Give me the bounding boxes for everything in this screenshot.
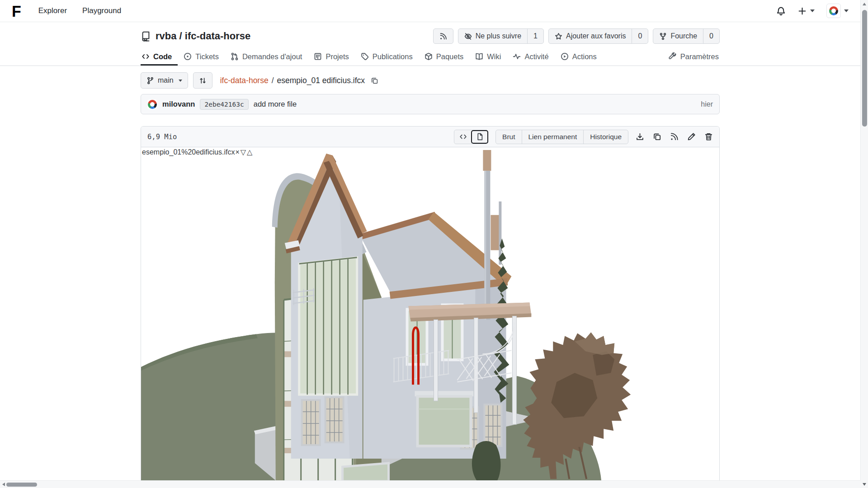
tag-icon [361,52,369,61]
star-icon [555,33,562,40]
commit-author-avatar[interactable] [147,99,157,109]
chevron-down-icon [844,9,849,12]
viewer-expand-control[interactable]: △ [246,148,253,156]
activity-pulse-icon [513,52,521,61]
forks-count[interactable]: 0 [703,29,719,43]
tab-activity[interactable]: Activité [507,47,554,66]
tab-label: Paramètres [680,52,719,61]
repo-header: rvba / ifc-data-horse Ne plus suivre 1 [141,28,720,45]
fork-button[interactable]: Fourche [653,29,703,43]
history-button[interactable]: Historique [583,130,628,144]
tools-icon [669,52,677,61]
rss-icon [439,33,447,40]
tab-pull-requests[interactable]: Demandes d'ajout [225,47,308,66]
star-button[interactable]: Ajouter aux favoris [549,29,632,43]
view-mode-toggle [454,130,488,144]
branch-name: main [158,76,174,84]
book-icon [475,52,483,61]
edit-pencil-icon[interactable] [687,132,696,141]
rss-feed-button[interactable] [433,28,453,44]
repo-icon [141,31,151,42]
play-circle-icon [561,52,569,61]
copy-path-icon[interactable] [371,77,378,84]
nav-playground-link[interactable]: Playground [82,6,121,15]
vertical-scrollbar-thumb[interactable] [862,10,867,127]
file-icon [476,133,484,141]
viewer-collapse-control[interactable]: ▽ [240,148,246,156]
unwatch-button[interactable]: Ne plus suivre [458,29,527,43]
tab-issues[interactable]: Tickets [178,47,225,66]
source-view-button[interactable] [454,130,472,144]
commit-author-name[interactable]: milovann [162,100,195,108]
chevron-down-icon [179,80,182,82]
tab-wiki[interactable]: Wiki [469,47,507,66]
forgejo-logo[interactable]: F [12,3,20,19]
tab-label: Code [153,52,172,61]
tab-label: Wiki [487,52,501,61]
latest-commit-bar: milovann 2ebe42163c add more file hier [141,94,720,114]
package-icon [425,52,433,61]
tab-label: Demandes d'ajout [242,52,302,61]
avatar [826,4,841,18]
tab-label: Actions [572,52,597,61]
tab-releases[interactable]: Publications [355,47,419,66]
repo-tabs-strip: Code Tickets Demandes d'ajout Projets [0,47,860,66]
rss-icon[interactable] [670,132,679,141]
compare-button[interactable] [193,72,212,89]
scroll-left-arrow-icon[interactable] [2,483,5,486]
tab-packages[interactable]: Paquets [419,47,470,66]
breadcrumb-repo-link[interactable]: ifc-data-horse [220,76,269,85]
viewer-filename: esempio_01%20edificius.ifcx [142,148,235,156]
repo-title[interactable]: rvba / ifc-data-horse [156,30,250,42]
branch-selector[interactable]: main [141,72,188,89]
tab-label: Activité [524,52,548,61]
building-model-render [141,147,719,481]
rendered-view-button[interactable] [471,130,488,144]
star-label: Ajouter aux favoris [566,32,626,40]
create-new-button[interactable] [797,6,815,16]
nav-explorer-link[interactable]: Explorer [38,6,67,15]
vertical-scrollbar[interactable] [860,0,868,480]
commit-hash-badge[interactable]: 2ebe42163c [200,99,248,110]
stars-count[interactable]: 0 [632,29,648,43]
scroll-up-arrow-icon[interactable] [863,3,866,5]
unwatch-label: Ne plus suivre [476,32,521,40]
raw-button[interactable]: Brut [496,130,521,144]
scrollbar-corner [860,480,868,488]
copy-content-icon[interactable] [653,132,661,141]
viewer-close-control[interactable]: × [235,148,240,156]
project-board-icon [314,52,322,61]
commit-time: hier [701,100,713,108]
scroll-down-arrow-icon[interactable] [863,483,866,486]
file-size: 6,9 Mio [147,133,177,141]
file-header: 6,9 Mio Brut Lien permanent [141,127,719,147]
horizontal-scrollbar[interactable] [0,480,860,488]
watchers-count[interactable]: 1 [527,29,543,43]
commit-message[interactable]: add more file [254,100,297,108]
breadcrumb-separator: / [272,76,274,85]
ifc-3d-viewer[interactable]: esempio_01%20edificius.ifcx×▽△ [141,147,719,481]
tab-label: Paquets [436,52,464,61]
tab-projects[interactable]: Projets [308,47,354,66]
code-icon [459,133,467,141]
top-navbar: F Explorer Playground [0,0,860,22]
notifications-bell-icon[interactable] [776,6,786,16]
file-view-box: 6,9 Mio Brut Lien permanent [141,126,720,481]
eye-off-icon [464,33,472,40]
tab-code[interactable]: Code [141,47,178,66]
delete-trash-icon[interactable] [704,132,713,141]
breadcrumb: ifc-data-horse / esempio_01 edificius.if… [220,76,378,85]
forgejo-app: F Explorer Playground rvba / i [0,0,868,488]
permalink-button[interactable]: Lien permanent [522,130,584,144]
file-nav-row: main ifc-data-horse / esempio_01 edifici… [141,72,720,89]
fork-icon [659,33,667,40]
plus-icon [797,6,807,16]
chevron-down-icon [810,9,815,12]
user-menu[interactable] [826,4,849,18]
git-branch-icon [146,77,154,84]
tab-label: Projets [326,52,349,61]
tab-settings[interactable]: Paramètres [663,47,720,66]
horizontal-scrollbar-thumb[interactable] [6,483,37,487]
download-icon[interactable] [636,132,644,141]
tab-actions[interactable]: Actions [555,47,603,66]
